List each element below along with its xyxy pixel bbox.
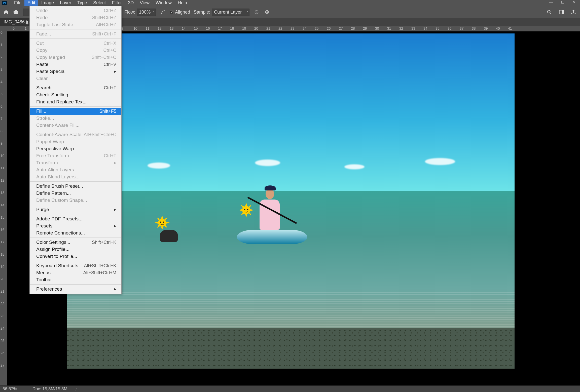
- menu-separator: [30, 181, 121, 182]
- aligned-checkbox[interactable]: ✓: [170, 10, 173, 14]
- edit-menu-remote-connections[interactable]: Remote Connections...: [30, 229, 121, 237]
- h-ruler-tick: 37: [460, 26, 464, 30]
- edit-menu-assign-profile[interactable]: Assign Profile...: [30, 246, 121, 253]
- edit-menu-paste-special[interactable]: Paste Special▶: [30, 68, 121, 75]
- menu-view[interactable]: View: [137, 0, 153, 6]
- photo-paddler: [260, 200, 280, 230]
- workspace-switcher-icon[interactable]: [558, 9, 565, 16]
- v-ruler-tick: 16: [1, 228, 5, 232]
- v-ruler-tick: 5: [1, 92, 3, 96]
- edit-menu-search[interactable]: SearchCtrl+F: [30, 84, 121, 91]
- edit-menu-fill[interactable]: Fill...Shift+F5: [30, 108, 121, 115]
- edit-menu-define-brush-preset[interactable]: Define Brush Preset...: [30, 183, 121, 190]
- menu-3d[interactable]: 3D: [125, 0, 137, 6]
- flow-value[interactable]: 100%: [137, 9, 156, 16]
- v-ruler-tick: 13: [1, 191, 5, 195]
- edit-menu-copy: CopyCtrl+C: [30, 47, 121, 54]
- menu-item-label: Content-Aware Scale: [36, 132, 81, 137]
- menu-item-label: Find and Replace Text...: [36, 99, 88, 105]
- v-ruler-tick: 22: [1, 302, 5, 306]
- v-ruler-tick: 4: [1, 80, 3, 84]
- menu-type[interactable]: Type: [74, 0, 90, 6]
- menu-separator: [30, 106, 121, 107]
- window-controls: — ☐ ✕: [545, 0, 580, 5]
- h-ruler-tick: 41: [508, 26, 512, 30]
- maximize-button[interactable]: ☐: [557, 0, 568, 5]
- edit-menu-menus[interactable]: Menus...Alt+Shift+Ctrl+M: [30, 269, 121, 276]
- edit-menu-define-pattern[interactable]: Define Pattern...: [30, 190, 121, 197]
- edit-menu-perspective-warp[interactable]: Perspective Warp: [30, 145, 121, 152]
- clone-source-panel-icon[interactable]: [264, 9, 271, 16]
- status-flyout-icon[interactable]: 〉: [75, 386, 79, 392]
- zoom-level[interactable]: 66,67%: [3, 386, 17, 391]
- v-ruler-tick: 15: [1, 215, 5, 219]
- menu-item-shortcut: Alt+Shift+Ctrl+C: [84, 132, 116, 137]
- edit-menu-content-aware-fill: Content-Aware Fill...: [30, 122, 121, 129]
- menu-item-label: Perspective Warp: [36, 146, 74, 151]
- v-ruler-tick: 27: [1, 363, 5, 367]
- v-ruler-tick: 23: [1, 314, 5, 318]
- minimize-button[interactable]: —: [545, 0, 557, 5]
- h-ruler-tick: 33: [411, 26, 415, 30]
- airbrush-icon[interactable]: [159, 9, 166, 16]
- h-ruler-tick: 26: [327, 26, 331, 30]
- h-ruler-tick: 24: [303, 26, 307, 30]
- share-icon[interactable]: [570, 9, 577, 16]
- menu-item-label: Color Settings...: [36, 240, 70, 245]
- edit-menu-adobe-pdf-presets[interactable]: Adobe PDF Presets...: [30, 215, 121, 222]
- edit-menu-presets[interactable]: Presets▶: [30, 222, 121, 229]
- menu-item-label: Menus...: [36, 270, 55, 276]
- menu-file[interactable]: File: [11, 0, 24, 6]
- edit-menu-toolbar[interactable]: Toolbar...: [30, 276, 121, 283]
- menu-item-label: Preferences: [36, 286, 62, 292]
- h-ruler-tick: 0: [13, 26, 15, 30]
- home-icon[interactable]: [3, 9, 9, 15]
- edit-menu-find-and-replace-text[interactable]: Find and Replace Text...: [30, 98, 121, 105]
- menu-item-label: Fade...: [36, 31, 51, 37]
- menu-item-shortcut: Ctrl+T: [104, 153, 117, 159]
- h-ruler-tick: 14: [182, 26, 186, 30]
- menu-item-label: Toolbar...: [36, 277, 56, 283]
- edit-menu-preferences[interactable]: Preferences▶: [30, 286, 121, 293]
- search-icon[interactable]: [546, 9, 553, 16]
- edit-menu-purge[interactable]: Purge▶: [30, 206, 121, 213]
- menu-item-shortcut: Alt+Shift+Ctrl+M: [83, 270, 116, 276]
- menu-separator: [30, 284, 121, 285]
- menu-filter[interactable]: Filter: [109, 0, 125, 6]
- v-ruler-tick: 10: [1, 154, 5, 158]
- edit-menu-keyboard-shortcuts[interactable]: Keyboard Shortcuts...Alt+Shift+Ctrl+K: [30, 262, 121, 269]
- menu-layer[interactable]: Layer: [57, 0, 74, 6]
- h-ruler-tick: 39: [484, 26, 488, 30]
- v-ruler-tick: 18: [1, 252, 5, 256]
- menu-image[interactable]: Image: [38, 0, 57, 6]
- clone-stamp-tool-icon[interactable]: [13, 9, 20, 16]
- status-bar: 66,67% Doc: 15,3M/15,3M 〉: [0, 385, 580, 392]
- edit-menu-color-settings[interactable]: Color Settings...Shift+Ctrl+K: [30, 239, 121, 246]
- submenu-arrow-icon: ▶: [114, 70, 116, 73]
- menu-edit[interactable]: Edit: [24, 0, 38, 6]
- vertical-ruler: 0123456789101112131415161718192021222324…: [0, 26, 7, 385]
- edit-menu-check-spelling[interactable]: Check Spelling...: [30, 91, 121, 98]
- edit-menu-paste[interactable]: PasteCtrl+V: [30, 61, 121, 68]
- sample-label: Sample:: [194, 10, 210, 15]
- menu-item-shortcut: Shift+Ctrl+Z: [92, 15, 116, 20]
- menu-help[interactable]: Help: [175, 0, 190, 6]
- edit-menu-convert-to-profile[interactable]: Convert to Profile...: [30, 253, 121, 260]
- menu-window[interactable]: Window: [153, 0, 175, 6]
- svg-marker-25: [239, 209, 242, 211]
- h-ruler-tick: 17: [218, 26, 222, 30]
- h-ruler-tick: 19: [242, 26, 246, 30]
- document-tab-label: IMG_0486.jpg: [4, 19, 32, 25]
- submenu-arrow-icon: ▶: [114, 208, 116, 211]
- v-ruler-tick: 24: [1, 326, 5, 330]
- document-size[interactable]: Doc: 15,3M/15,3M: [32, 386, 67, 391]
- ignore-adjustment-icon[interactable]: [253, 9, 260, 16]
- h-ruler-tick: 28: [351, 26, 355, 30]
- v-ruler-tick: 20: [1, 277, 5, 281]
- v-ruler-tick: 6: [1, 104, 3, 108]
- menu-item-label: Free Transform: [36, 153, 69, 159]
- menu-item-label: Keyboard Shortcuts...: [36, 263, 82, 268]
- close-button[interactable]: ✕: [568, 0, 580, 5]
- sample-dropdown[interactable]: Current Layer: [212, 9, 249, 16]
- menu-select[interactable]: Select: [90, 0, 109, 6]
